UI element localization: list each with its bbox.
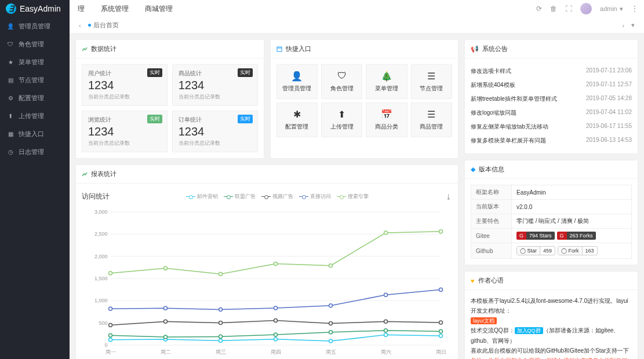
news-item[interactable]: 新增系统404模板2019-07-11 12:57 <box>471 78 632 92</box>
svg-point-57 <box>439 230 443 233</box>
more-icon[interactable]: ⋮ <box>631 5 638 13</box>
legend-item[interactable]: 搜索引擎 <box>337 193 369 200</box>
svg-point-35 <box>384 329 388 332</box>
download-icon[interactable]: ⭳ <box>445 193 452 201</box>
legend-item[interactable]: 联盟广告 <box>224 193 256 200</box>
quick-item-7[interactable]: ☰商品管理 <box>411 102 452 137</box>
gitee-stars-badge[interactable]: G794 Stars <box>516 232 555 240</box>
product-icon: ☰ <box>414 109 449 120</box>
news-item[interactable]: 修复左侧菜单缩放tab无法移动2019-06-17 11:55 <box>471 120 632 134</box>
chart-icon <box>82 46 88 52</box>
quick-item-5[interactable]: ⬆上传管理 <box>321 102 362 137</box>
quick-item-3[interactable]: ☰节点管理 <box>411 64 452 99</box>
stat-badge: 实时 <box>147 68 162 77</box>
quick-panel-title: 快捷入口 <box>286 45 311 53</box>
sidebar-item-1[interactable]: 🛡角色管理 <box>0 35 70 53</box>
svg-point-31 <box>164 335 168 339</box>
stat-badge: 实时 <box>238 115 253 123</box>
sidebar-item-2[interactable]: ★菜单管理 <box>0 53 70 71</box>
svg-point-33 <box>274 333 278 336</box>
news-item[interactable]: 修改logo缩放问题2019-07-04 11:02 <box>471 106 632 120</box>
svg-point-29 <box>439 334 443 338</box>
legend-item[interactable]: 视频广告 <box>261 193 293 200</box>
dot-icon <box>88 24 91 27</box>
shield-icon: 🛡 <box>7 41 14 47</box>
svg-point-43 <box>439 321 443 324</box>
top-tab-1[interactable]: 系统管理 <box>93 0 137 17</box>
news-item[interactable]: 修改选项卡样式2019-07-11 23:06 <box>471 64 632 78</box>
svg-text:周三: 周三 <box>216 349 226 355</box>
news-panel-title: 系统公告 <box>482 45 508 53</box>
top-tab-2[interactable]: 商城管理 <box>137 0 181 17</box>
svg-point-54 <box>274 262 278 265</box>
version-panel-title: 版本信息 <box>479 165 504 174</box>
svg-text:2,000: 2,000 <box>94 254 108 259</box>
qq-group-badge[interactable]: 加入QQ群 <box>515 327 543 334</box>
gear-icon: ⚙ <box>7 95 14 101</box>
stats-icon <box>82 171 88 177</box>
svg-point-27 <box>329 339 333 343</box>
stat-badge: 实时 <box>238 68 253 77</box>
news-item[interactable]: 修复多模块菜单栏展开有问题2019-06-13 14:53 <box>471 134 632 148</box>
sidebar-item-3[interactable]: ▤节点管理 <box>0 71 70 89</box>
upload-icon: ⬆ <box>324 109 359 120</box>
breadcrumb-item[interactable]: 后台首页 <box>88 21 119 30</box>
menu-icon: 🎄 <box>369 71 404 82</box>
sidebar-item-0[interactable]: 👤管理员管理 <box>0 17 70 35</box>
svg-point-50 <box>439 288 443 291</box>
user-icon: 👤 <box>7 23 14 30</box>
legend-item[interactable]: 直接访问 <box>299 193 331 200</box>
svg-point-40 <box>274 319 278 323</box>
avatar[interactable] <box>580 3 592 14</box>
window-icon <box>276 46 282 52</box>
gitee-forks-badge[interactable]: G263 Forks <box>557 232 596 240</box>
sidebar-item-4[interactable]: ⚙配置管理 <box>0 89 70 107</box>
svg-point-51 <box>109 272 112 275</box>
svg-point-28 <box>384 333 388 336</box>
stat-box-3: 订单统计1234当前分类总记录数实时 <box>172 111 258 152</box>
quick-item-2[interactable]: 🎄菜单管理 <box>366 64 407 99</box>
svg-point-39 <box>219 321 223 325</box>
trash-icon[interactable]: 🗑 <box>550 5 557 13</box>
breadcrumb-prev-icon[interactable]: ‹ <box>75 22 85 29</box>
list-icon: ▤ <box>7 77 14 83</box>
svg-point-37 <box>109 324 112 327</box>
github-fork-badge[interactable]: ◯ Fork163 <box>558 246 598 255</box>
svg-text:周四: 周四 <box>271 349 281 355</box>
stat-box-1: 商品统计1234当前分类总记录数实时 <box>172 64 258 106</box>
layui-doc-badge[interactable]: layui文档 <box>471 317 497 324</box>
svg-point-32 <box>219 335 223 338</box>
quick-item-4[interactable]: ✱配置管理 <box>276 102 318 137</box>
svg-point-48 <box>329 304 333 307</box>
user-dropdown[interactable]: admin ▾ <box>600 5 623 13</box>
warning-text: 备注：此后台框架永久开源，但请勿进行出售或者上传到任何素材网站，否则将追究相应的… <box>471 356 632 359</box>
svg-text:3,000: 3,000 <box>94 209 108 215</box>
sidebar-item-6[interactable]: ▦快捷入口 <box>0 125 70 143</box>
refresh-icon[interactable]: ⟳ <box>536 5 542 13</box>
top-tab-0[interactable]: 理 <box>70 0 93 17</box>
quick-item-0[interactable]: 👤管理员管理 <box>276 64 318 99</box>
logo-icon: ∃ <box>6 3 16 14</box>
breadcrumb-next-icon[interactable]: › <box>618 22 628 29</box>
chart-panel-title: 报表统计 <box>91 170 117 178</box>
sidebar-item-7[interactable]: ◷日志管理 <box>0 143 70 161</box>
svg-point-44 <box>109 307 112 310</box>
github-star-badge[interactable]: ◯ Star459 <box>516 246 555 255</box>
legend-item[interactable]: 邮件营销 <box>186 193 218 200</box>
svg-point-41 <box>329 321 333 325</box>
stat-badge: 实时 <box>147 115 162 123</box>
news-item[interactable]: 新增treetable插件和菜单管理样式2019-07-05 14:28 <box>471 92 632 106</box>
config-icon: ✱ <box>279 109 315 120</box>
svg-point-53 <box>219 272 223 276</box>
admin-icon: 👤 <box>279 71 315 82</box>
svg-point-47 <box>274 306 278 310</box>
breadcrumb-menu-icon[interactable]: ▾ <box>628 21 638 29</box>
heart-icon: ♥ <box>471 277 475 284</box>
fullscreen-icon[interactable]: ⛶ <box>565 5 572 13</box>
quick-item-1[interactable]: 🛡角色管理 <box>321 64 362 99</box>
svg-point-23 <box>109 338 112 342</box>
quick-item-6[interactable]: 📅商品分类 <box>366 102 407 137</box>
svg-point-49 <box>384 293 388 296</box>
svg-point-36 <box>439 329 443 333</box>
sidebar-item-5[interactable]: ⬆上传管理 <box>0 107 70 125</box>
